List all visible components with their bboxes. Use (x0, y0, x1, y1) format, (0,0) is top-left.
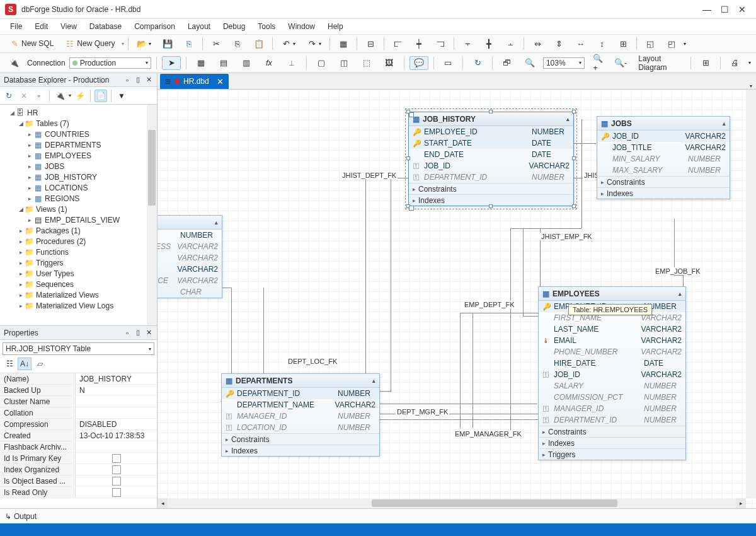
close-panel-icon[interactable]: ✕ (144, 76, 153, 84)
same-height[interactable]: ↕ (592, 37, 611, 50)
column-row[interactable]: ⚿MANAGER_IDNUMBER (539, 403, 685, 414)
tab-close-icon[interactable]: ✕ (217, 77, 224, 86)
column-row[interactable]: ⚿JOB_IDVARCHAR2 (409, 160, 573, 172)
entity-jobs[interactable]: ▦JOBS▴ 🔑JOB_IDVARCHAR2JOB_TITLEVARCHAR2M… (597, 116, 730, 199)
column-row[interactable]: COMMISSION_PCTNUMBER (539, 392, 685, 403)
prop-page-icon[interactable]: ▱ (33, 358, 47, 370)
property-row[interactable]: Index Organized (0, 464, 157, 475)
new-table-tool[interactable]: ▦ (192, 56, 210, 70)
cut-button[interactable]: ✂ (207, 37, 226, 50)
filter1-icon[interactable]: 🔌 (54, 90, 66, 102)
zoom-out[interactable]: 🔍- (611, 56, 630, 70)
new-sql-button[interactable]: ✎New SQL (5, 37, 58, 50)
column-row[interactable]: ⚿JOB_IDVARCHAR2 (539, 369, 685, 380)
column-row[interactable]: DEPARTMENT_NAMEVARCHAR2 (222, 399, 379, 411)
refresh-tree-icon[interactable]: ↻ (3, 90, 15, 102)
zoom-combo[interactable]: 103%▾ (543, 57, 585, 69)
property-row[interactable]: Id Is Primary Key (0, 453, 157, 464)
menu-window[interactable]: Window (283, 21, 320, 32)
zoom-in[interactable]: 🔍+ (588, 56, 607, 70)
zoom-fit[interactable]: 🔍 (520, 56, 539, 70)
redo-button[interactable]: ↷▾ (302, 37, 326, 50)
column-row[interactable]: 🔑JOB_IDVARCHAR2 (597, 131, 730, 142)
menu-comparison[interactable]: Comparison (129, 21, 180, 32)
new-proc-tool[interactable]: ▥ (237, 56, 256, 70)
comment-tool[interactable]: 💬 (410, 56, 428, 70)
script-icon[interactable]: 📄 (94, 90, 107, 102)
entity-fragment[interactable]: ▴ NUMBERESSVARCHAR2VARCHAR2VARCHAR2ICEVA… (158, 215, 222, 298)
column-row[interactable]: JOB_TITLEVARCHAR2 (597, 142, 730, 153)
menu-tools[interactable]: Tools (253, 21, 280, 32)
print-button[interactable]: 🖨 (726, 56, 745, 70)
align-middle[interactable]: ╋ (479, 37, 498, 50)
menu-debug[interactable]: Debug (218, 21, 250, 32)
output-panel[interactable]: ↳Output (0, 508, 756, 523)
menu-database[interactable]: Database (84, 21, 127, 32)
checkbox[interactable] (112, 477, 121, 486)
align-center[interactable]: ┿ (410, 37, 428, 50)
column-row[interactable]: VARCHAR2 (158, 264, 222, 275)
menu-help[interactable]: Help (323, 21, 348, 32)
refresh-button[interactable]: ↻ (468, 56, 487, 70)
close-button[interactable]: ✕ (733, 3, 751, 16)
column-row[interactable]: ⚿DEPARTMENT_IDNUMBER (539, 414, 685, 426)
property-row[interactable]: Collation (0, 407, 157, 419)
column-row[interactable]: ⚿LOCATION_IDNUMBER (222, 422, 379, 433)
menu-layout[interactable]: Layout (183, 21, 215, 32)
window-pos-icon[interactable]: ▫ (123, 76, 132, 84)
new-view-tool[interactable]: ▤ (214, 56, 233, 70)
column-row[interactable]: 🔑DEPARTMENT_IDNUMBER (222, 388, 379, 399)
maximize-button[interactable]: ☐ (716, 3, 733, 16)
canvas-h-scrollbar[interactable]: ◂▸ (158, 498, 746, 508)
column-row[interactable]: SALARYNUMBER (539, 380, 685, 392)
property-row[interactable]: Flashback Archiv... (0, 441, 157, 453)
connect-icon[interactable]: 🔌 (5, 57, 23, 69)
table-icon[interactable]: ▦ (334, 37, 353, 50)
prop-close-icon[interactable]: ✕ (144, 329, 153, 337)
tree-scrollbar[interactable] (147, 105, 157, 325)
column-row[interactable]: PHONE_NUMBERVARCHAR2 (539, 346, 685, 358)
column-row[interactable]: MIN_SALARYNUMBER (597, 153, 730, 165)
open-button[interactable]: 📂▾ (132, 37, 156, 50)
stamp-tool[interactable]: ⬚ (357, 56, 376, 70)
checkbox[interactable] (112, 488, 121, 497)
saveall-button[interactable]: ⎘ (180, 37, 198, 50)
properties-selector[interactable]: HR.JOB_HISTORY Table▾ (3, 342, 154, 355)
column-row[interactable]: 🔑EMPLOYEE_IDNUMBER (409, 126, 573, 137)
property-row[interactable]: Backed UpN (0, 385, 157, 396)
property-row[interactable]: Created13-Oct-10 17:38:53 (0, 430, 157, 441)
relation-tool[interactable]: ⟂ (282, 56, 301, 70)
tab-hrdbd[interactable]: ⊞ HR.dbd ✕ (160, 74, 229, 89)
send-back[interactable]: ◱ (641, 37, 660, 50)
align-top[interactable]: ⫟ (458, 37, 477, 50)
fx-tool[interactable]: fx (260, 56, 278, 70)
properties-grid[interactable]: (Name)JOB_HISTORYBacked UpNCluster NameC… (0, 373, 157, 508)
menu-edit[interactable]: Edit (30, 21, 53, 32)
bring-front[interactable]: ◰ (662, 37, 681, 50)
property-row[interactable]: (Name)JOB_HISTORY (0, 373, 157, 385)
image-tool[interactable]: 🖼 (380, 56, 399, 70)
new-query-button[interactable]: ☷New Query (60, 37, 119, 50)
checkbox[interactable] (112, 465, 121, 474)
column-row[interactable]: ESSVARCHAR2 (158, 241, 222, 252)
minimize-button[interactable]: — (698, 3, 716, 16)
align-1[interactable]: ⊟ (361, 37, 380, 50)
undo-button[interactable]: ↶▾ (277, 37, 300, 50)
new-window-icon[interactable]: ▫ (33, 90, 45, 102)
overview-button[interactable]: ⊞ (696, 56, 715, 70)
tab-menu-icon[interactable]: ▾ (746, 83, 756, 89)
distrib-v[interactable]: ⇕ (549, 37, 568, 50)
entity-departments[interactable]: ▦DEPARTMENTS▴ 🔑DEPARTMENT_IDNUMBERDEPART… (221, 373, 380, 457)
same-width[interactable]: ↔ (571, 37, 590, 50)
zoom-region[interactable]: 🗗 (498, 56, 517, 70)
align-left[interactable]: ⫍ (388, 37, 407, 50)
column-row[interactable]: ⚿DEPARTMENT_IDNUMBER (409, 172, 573, 183)
connection-combo[interactable]: Production▾ (69, 57, 152, 69)
column-row[interactable]: VARCHAR2 (158, 252, 222, 264)
categorized-icon[interactable]: ☷ (3, 358, 16, 370)
copy-button[interactable]: ⎘ (228, 37, 247, 50)
column-row[interactable]: ICEVARCHAR2 (158, 275, 222, 286)
menu-view[interactable]: View (55, 21, 82, 32)
column-row[interactable]: CHAR (158, 286, 222, 298)
property-row[interactable]: Is Object Based ... (0, 475, 157, 487)
